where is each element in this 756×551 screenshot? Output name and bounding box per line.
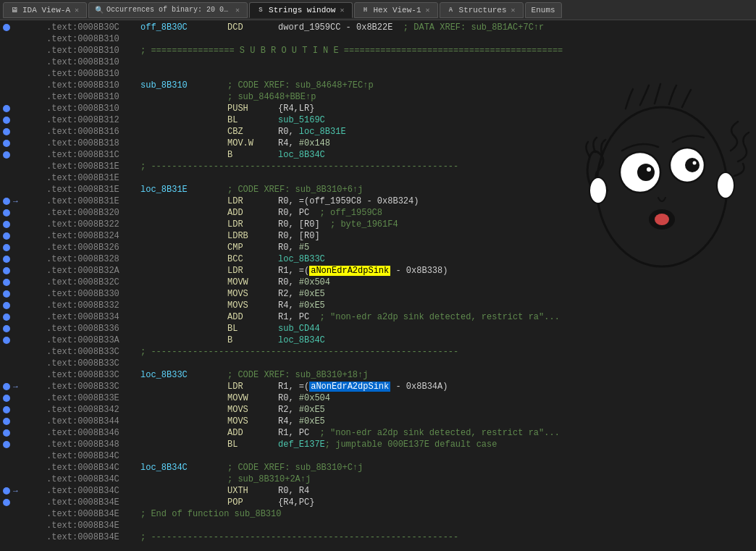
tab-ida-view-close[interactable]: ✕ — [73, 5, 80, 15]
table-row: .text:0008B326 CMP R0, #5 — [0, 242, 756, 253]
table-row: .text:0008B330 MOVS R2, #0xE5 — [0, 288, 756, 300]
ida-view-icon: 🖥 — [9, 5, 20, 15]
table-row: .text:0008B310 sub_8B310 ; CODE XREF: su… — [0, 80, 756, 91]
table-row: .text:0008B31C B loc_8B34C — [0, 149, 756, 161]
table-row: .text:0008B33C ; -----------------------… — [0, 346, 756, 358]
strings-icon: S — [256, 5, 266, 15]
table-row: .text:0008B322 LDR R0, [R0] ; byte_1961F… — [0, 219, 756, 230]
breakpoint-dot — [3, 418, 10, 425]
breakpoint-dot — [3, 209, 10, 216]
tab-hex-label: Hex View-1 — [374, 6, 421, 14]
breakpoint-dot — [3, 290, 10, 298]
table-row: → .text:0008B31E LDR R0, =(off_1959C8 - … — [0, 195, 756, 207]
occurrences-icon: 🔍 — [95, 5, 104, 15]
table-row: .text:0008B34C — [0, 450, 756, 462]
table-row: .text:0008B34E — [0, 520, 756, 531]
breakpoint-dot — [3, 429, 10, 437]
table-row: .text:0008B33C loc_8B33C ; CODE XREF: su… — [0, 369, 756, 381]
breakpoint-dot — [3, 151, 10, 159]
main-content: .text:0008B30C off_8B30C DCD dword_1959C… — [0, 20, 756, 551]
table-row: .text:0008B34C loc_8B34C ; CODE XREF: su… — [0, 462, 756, 474]
breakpoint-dot — [3, 337, 10, 344]
table-row: .text:0008B310 ; sub_84648+BBE↑p — [0, 91, 756, 103]
table-row: .text:0008B324 LDRB R0, [R0] — [0, 230, 756, 242]
tab-occurrences-label: Occurrences of binary: 20 0F F0 0C 03 35… — [106, 6, 231, 14]
table-row: .text:0008B34C ; sub_8B310+2A↑j — [0, 474, 756, 485]
tab-hex-view[interactable]: H Hex View-1 ✕ — [354, 2, 438, 18]
breakpoint-dot — [3, 487, 10, 495]
table-row: .text:0008B31E — [0, 172, 756, 184]
breakpoint-dot — [3, 256, 10, 263]
breakpoint-dot — [3, 314, 10, 321]
table-row: .text:0008B310 — [0, 68, 756, 80]
title-bar: 🖥 IDA View-A ✕ 🔍 Occurrences of binary: … — [0, 0, 756, 20]
table-row: .text:0008B328 BCC loc_8B33C — [0, 253, 756, 265]
structures-icon: A — [446, 5, 456, 15]
breakpoint-dot — [3, 406, 10, 413]
breakpoint-dot — [3, 221, 10, 228]
tab-ida-view-label: IDA View-A — [22, 6, 70, 14]
tab-enums-label: Enums — [532, 6, 555, 14]
table-row: → .text:0008B33C LDR R1, =(aNonEdrA2dpSi… — [0, 381, 756, 392]
tab-occurrences-close[interactable]: ✕ — [234, 5, 241, 15]
table-row: .text:0008B33C — [0, 358, 756, 369]
breakpoint-dot — [3, 198, 10, 205]
breakpoint-dot — [3, 302, 10, 309]
table-row: .text:0008B33A B loc_8B34C — [0, 335, 756, 346]
table-row: .text:0008B31E loc_8B31E ; CODE XREF: su… — [0, 184, 756, 195]
breakpoint-dot — [3, 24, 10, 31]
hex-icon: H — [361, 5, 371, 15]
breakpoint-dot — [3, 232, 10, 240]
table-row: .text:0008B310 ; ================ S U B … — [0, 45, 756, 56]
table-row: .text:0008B332 MOVS R4, #0xE5 — [0, 300, 756, 311]
table-row: .text:0008B336 BL sub_CD44 — [0, 323, 756, 335]
breakpoint-dot — [3, 325, 10, 332]
table-row: .text:0008B34E ; -----------------------… — [0, 531, 756, 543]
table-row: .text:0008B342 MOVS R2, #0xE5 — [0, 404, 756, 416]
table-row: .text:0008B318 MOV.W R4, #0x148 — [0, 138, 756, 149]
table-row: .text:0008B346 ADD R1, PC ; "non-edr a2d… — [0, 427, 756, 439]
table-row: .text:0008B312 BL sub_5169C — [0, 114, 756, 126]
table-row: .text:0008B310 PUSH {R4,LR} — [0, 103, 756, 114]
tab-enums[interactable]: Enums — [525, 2, 562, 18]
breakpoint-dot — [3, 383, 10, 390]
breakpoint-dot — [3, 140, 10, 147]
table-row: .text:0008B310 — [0, 33, 756, 45]
table-row: .text:0008B30C off_8B30C DCD dword_1959C… — [0, 22, 756, 33]
table-row: .text:0008B348 BL def_E137E ; jumptable … — [0, 439, 756, 450]
breakpoint-dot — [3, 105, 10, 112]
tab-structures[interactable]: A Structures ✕ — [440, 2, 524, 18]
breakpoint-dot — [3, 244, 10, 251]
table-row: .text:0008B320 ADD R0, PC ; off_1959C8 — [0, 207, 756, 219]
table-row: .text:0008B32C MOVW R0, #0x504 — [0, 277, 756, 288]
table-row: .text:0008B31E ; -----------------------… — [0, 161, 756, 172]
tab-hex-close[interactable]: ✕ — [424, 5, 432, 15]
tab-occurrences[interactable]: 🔍 Occurrences of binary: 20 0F F0 0C 03 … — [88, 2, 248, 18]
code-area: .text:0008B30C off_8B30C DCD dword_1959C… — [0, 20, 756, 551]
table-row: .text:0008B33E MOVW R0, #0x504 — [0, 392, 756, 404]
breakpoint-dot — [3, 117, 10, 124]
table-row: .text:0008B34E POP {R4,PC} — [0, 497, 756, 508]
breakpoint-dot — [3, 267, 10, 274]
table-row: .text:0008B316 CBZ R0, loc_8B31E — [0, 126, 756, 138]
tab-strings-close[interactable]: ✕ — [338, 5, 345, 15]
tab-structures-label: Structures — [459, 6, 507, 14]
tab-strings-label: Strings window — [269, 6, 335, 14]
breakpoint-dot — [3, 395, 10, 402]
table-row: .text:0008B334 ADD R1, PC ; "non-edr a2d… — [0, 311, 756, 323]
table-row: .text:0008B344 MOVS R4, #0xE5 — [0, 416, 756, 427]
code-scroll[interactable]: .text:0008B30C off_8B30C DCD dword_1959C… — [0, 20, 756, 551]
breakpoint-dot — [3, 441, 10, 448]
table-row: .text:0008B34E ; End of function sub_8B3… — [0, 508, 756, 520]
table-row: .text:0008B32A LDR R1, =(aNonEdrA2dpSink… — [0, 265, 756, 277]
tab-ida-view[interactable]: 🖥 IDA View-A ✕ — [3, 2, 87, 18]
breakpoint-dot — [3, 499, 10, 506]
breakpoint-dot — [3, 279, 10, 286]
table-row: → .text:0008B34C UXTH R0, R4 — [0, 485, 756, 497]
tab-structures-close[interactable]: ✕ — [510, 5, 517, 15]
breakpoint-dot — [3, 128, 10, 135]
tab-strings[interactable]: S Strings window ✕ — [249, 2, 352, 18]
table-row: .text:0008B310 — [0, 56, 756, 68]
